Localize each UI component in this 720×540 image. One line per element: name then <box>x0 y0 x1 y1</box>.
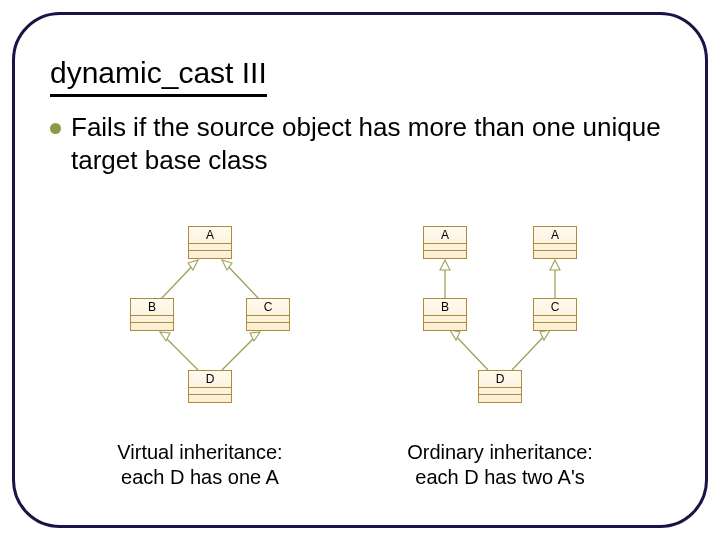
caption-line: each D has two A's <box>415 466 584 488</box>
uml-box-b: B <box>423 298 467 331</box>
uml-label: B <box>131 299 173 316</box>
uml-box-d: D <box>188 370 232 403</box>
uml-box-b: B <box>130 298 174 331</box>
uml-box-a2: A <box>533 226 577 259</box>
caption-line: Virtual inheritance: <box>117 441 282 463</box>
uml-label: B <box>424 299 466 316</box>
uml-label: A <box>424 227 466 244</box>
uml-box-a: A <box>188 226 232 259</box>
caption-ordinary: Ordinary inheritance: each D has two A's <box>340 440 660 490</box>
caption-line: Ordinary inheritance: <box>407 441 593 463</box>
svg-marker-9 <box>440 260 450 270</box>
bullet-row: Fails if the source object has more than… <box>50 111 670 176</box>
uml-box-c: C <box>533 298 577 331</box>
uml-box-c: C <box>246 298 290 331</box>
caption-line: each D has one A <box>121 466 279 488</box>
uml-label: D <box>479 371 521 388</box>
uml-box-a1: A <box>423 226 467 259</box>
uml-label: A <box>534 227 576 244</box>
slide-title: dynamic_cast III <box>50 56 267 97</box>
uml-label: D <box>189 371 231 388</box>
uml-label: C <box>534 299 576 316</box>
uml-label: C <box>247 299 289 316</box>
uml-box-d: D <box>478 370 522 403</box>
captions-row: Virtual inheritance: each D has one A Or… <box>60 440 660 490</box>
svg-marker-11 <box>550 260 560 270</box>
uml-label: A <box>189 227 231 244</box>
bullet-icon <box>50 123 61 134</box>
diagram-ordinary: A A B C D <box>390 220 610 410</box>
bullet-text: Fails if the source object has more than… <box>71 111 670 176</box>
diagrams-area: A B C D <box>100 220 640 430</box>
caption-virtual: Virtual inheritance: each D has one A <box>60 440 340 490</box>
slide-content: dynamic_cast III Fails if the source obj… <box>50 56 670 176</box>
diagram-virtual: A B C D <box>100 220 320 410</box>
